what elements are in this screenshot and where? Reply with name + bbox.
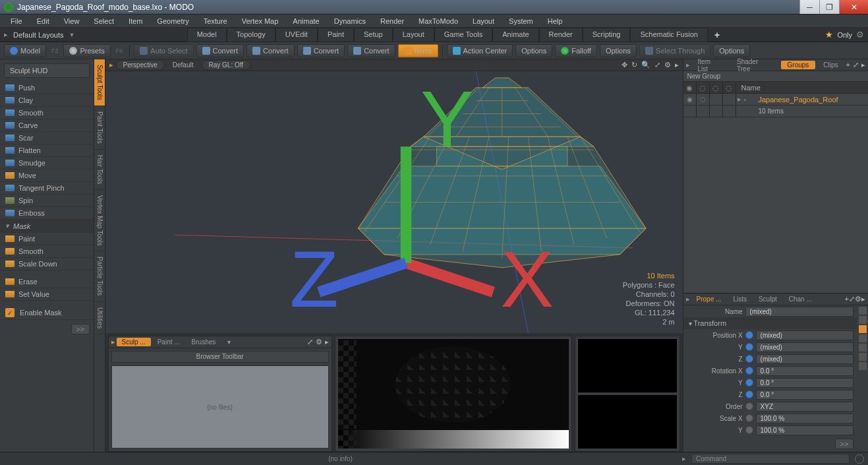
channel-dot[interactable] (745, 379, 753, 387)
menu-help[interactable]: Help (541, 16, 569, 26)
menu-render[interactable]: Render (374, 16, 411, 26)
col-icon[interactable]: ◌ (710, 82, 723, 93)
tool-flatten[interactable]: Flatten (0, 144, 94, 157)
tool-tangent-pinch[interactable]: Tangent Pinch (0, 182, 94, 195)
tab-properties[interactable]: Prope ... (691, 295, 727, 303)
file-browser-area[interactable]: (no files) (111, 365, 329, 449)
tab-topology[interactable]: Topology (227, 28, 275, 42)
channel-dot[interactable] (745, 402, 753, 410)
select-through-button[interactable]: Select Through (639, 44, 710, 57)
falloff-button[interactable]: Falloff (555, 44, 597, 57)
tool-emboss[interactable]: Emboss (0, 207, 94, 220)
channel-dot[interactable] (745, 367, 753, 375)
tool-smooth[interactable]: Smooth (0, 107, 94, 119)
side-icon[interactable] (859, 344, 867, 352)
group-name[interactable]: Japanese_Pagoda_Roof (747, 96, 838, 104)
tab-chan[interactable]: Chan ... (784, 295, 817, 303)
position-x-field[interactable]: (mixed) (756, 330, 854, 340)
lock-icon[interactable]: ◌ (697, 94, 710, 105)
view-more-icon[interactable]: ▸ (675, 61, 679, 69)
render-preview-top[interactable] (578, 339, 677, 392)
3d-viewport[interactable]: 10 Items Polygons : Face Channels: 0 Def… (105, 71, 683, 333)
menu-system[interactable]: System (502, 16, 540, 26)
tool-mask-scaledown[interactable]: Scale Down (0, 258, 94, 270)
rotation-x-field[interactable]: 0.0 ° (756, 366, 854, 376)
options-button-1[interactable]: Options (515, 44, 552, 57)
menu-select[interactable]: Select (87, 16, 121, 26)
model-button[interactable]: Model (4, 44, 46, 57)
only-label[interactable]: Only (837, 31, 852, 39)
render-preview-bottom[interactable] (578, 395, 677, 449)
order-dropdown[interactable]: XYZ (756, 402, 854, 412)
convert-button-4[interactable]: Convert (347, 44, 395, 57)
options-button-2[interactable]: Options (600, 44, 637, 57)
group-list[interactable]: ◉ ◌ ▸ ▫ Japanese_Pagoda_Roof 10 Items (683, 94, 868, 293)
tab-paint[interactable]: Paint (318, 28, 354, 42)
col-icon[interactable]: ◌ (723, 82, 736, 93)
autoselect-button[interactable]: Auto Select (134, 44, 193, 57)
group-row[interactable]: ◉ ◌ ▸ ▫ Japanese_Pagoda_Roof (683, 94, 868, 106)
side-icon[interactable] (859, 307, 867, 315)
tool-smudge[interactable]: Smudge (0, 157, 94, 170)
tab-lists[interactable]: Lists (728, 295, 752, 303)
vtab-sculpt[interactable]: Sculpt Tools (94, 59, 105, 106)
side-icon[interactable] (859, 362, 867, 370)
settings-icon[interactable]: ⚙ (856, 30, 864, 40)
menu-dynamics[interactable]: Dynamics (328, 16, 372, 26)
rotation-y-field[interactable]: 0.0 ° (756, 378, 854, 388)
convert-button-2[interactable]: Convert (246, 44, 295, 57)
side-icon[interactable] (859, 334, 867, 342)
vis-icon[interactable]: ◉ (683, 94, 697, 105)
menu-item[interactable]: Item (122, 16, 149, 26)
position-y-field[interactable]: (mixed) (756, 342, 854, 352)
record-icon[interactable] (855, 454, 864, 464)
tab-scripting[interactable]: Scripting (583, 28, 631, 42)
tab-model[interactable]: Model (187, 28, 227, 42)
expand-icon[interactable]: ⤢ (307, 338, 313, 346)
close-button[interactable]: ✕ (839, 0, 868, 14)
axis-widget[interactable]: X Y Z (117, 71, 683, 321)
scale-y-field[interactable]: 100.0 % (756, 425, 854, 435)
convert-button-3[interactable]: Convert (297, 44, 345, 57)
tab-uvedit[interactable]: UVEdit (275, 28, 318, 42)
default-layouts-dropdown[interactable]: Default Layouts (8, 30, 69, 40)
menu-view[interactable]: View (57, 16, 86, 26)
viewport-raygl-button[interactable]: Ray GL: Off (202, 60, 251, 70)
sculpt-hud-button[interactable]: Sculpt HUD (4, 63, 90, 78)
more-button[interactable]: >> (71, 324, 90, 334)
viewport-perspective-dropdown[interactable]: Perspective (116, 60, 165, 70)
channel-dot[interactable] (745, 331, 753, 339)
tab-dropdown-icon[interactable]: ▾ (222, 338, 236, 346)
panel-gear-icon[interactable]: ⚙ (316, 338, 322, 346)
menu-texture[interactable]: Texture (197, 16, 234, 26)
rotate-view-icon[interactable]: ↻ (631, 61, 637, 69)
tool-mask-paint[interactable]: Paint (0, 233, 94, 245)
vtab-particle[interactable]: Particle Tools (94, 251, 105, 301)
vtab-vertexmap[interactable]: Vertex Map Tools (94, 190, 105, 252)
lock-col-icon[interactable]: ◌ (697, 82, 710, 93)
tool-mask-smooth[interactable]: Smooth (0, 245, 94, 258)
items-button[interactable]: Items (398, 44, 438, 57)
presets-button[interactable]: Presets (63, 44, 110, 57)
enable-mask-checkbox[interactable]: ✓Enable Mask (0, 306, 94, 320)
tab-sculp[interactable]: Sculp ... (117, 338, 151, 346)
tab-schematic[interactable]: Schematic Fusion (630, 28, 707, 42)
tool-push[interactable]: Push (0, 82, 94, 94)
tool-spin[interactable]: Spin (0, 195, 94, 207)
vtab-hair[interactable]: Hair Tools (94, 150, 105, 190)
tab-render[interactable]: Render (539, 28, 583, 42)
browser-toolbar[interactable]: Browser Toolbar (111, 351, 329, 363)
add-layout-button[interactable]: + (708, 28, 726, 42)
channel-dot[interactable] (745, 414, 753, 422)
zoom-view-icon[interactable]: 🔍 (641, 61, 651, 69)
tab-brushes[interactable]: Brushes (187, 338, 221, 346)
tool-mask-erase[interactable]: Erase (0, 276, 94, 288)
tool-clay[interactable]: Clay (0, 94, 94, 107)
convert-button-1[interactable]: Convert (196, 44, 245, 57)
tab-paint[interactable]: Paint ... (152, 338, 185, 346)
move-view-icon[interactable]: ✥ (622, 61, 627, 69)
channel-dot[interactable] (745, 390, 753, 398)
command-field[interactable]: Command (691, 454, 850, 464)
tool-carve[interactable]: Carve (0, 119, 94, 132)
gradient-strip[interactable] (338, 430, 569, 449)
